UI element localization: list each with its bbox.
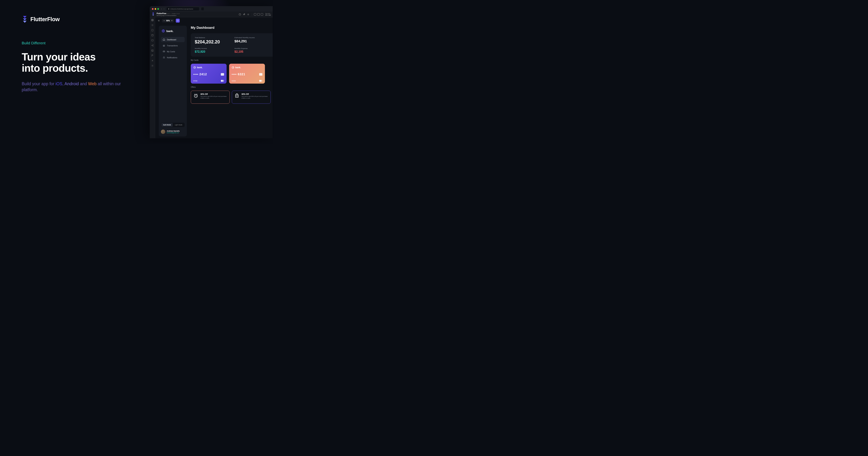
sidebar-item-label: Dashboard <box>167 38 176 41</box>
headline-line1: Turn your ideas <box>22 51 95 63</box>
marketing-panel: FlutterFlow Build Different Turn your id… <box>22 16 134 93</box>
page-title: My Dashboard <box>191 26 273 30</box>
svg-rect-2 <box>248 14 248 15</box>
dark-mode-button[interactable]: Dark Mode <box>161 123 173 127</box>
rail-database-icon[interactable] <box>151 34 154 36</box>
avatar <box>161 130 165 134</box>
offer-card[interactable]: 30% Off Join here to get 30% off your ne… <box>232 91 271 104</box>
zoom-value: 90% <box>166 20 170 22</box>
bank-logo-icon <box>162 29 165 33</box>
light-mode-button[interactable]: Light Mode <box>173 123 184 127</box>
rail-media-icon[interactable] <box>151 49 154 52</box>
canvas-content[interactable]: bank. Dashboard Transactions My Cards <box>155 24 273 138</box>
flutterflow-logo-icon <box>22 16 28 23</box>
window-titlebar: ‹ › enterprise.flutterflow.io/projectnam… <box>150 6 273 11</box>
rail-flag-icon[interactable] <box>151 54 154 57</box>
canvas-area: − 90% + bank. Dashboard <box>155 18 273 138</box>
offer-desc: Join here to get 30% off your next purch… <box>241 95 268 99</box>
minimize-icon[interactable] <box>155 8 156 10</box>
sidebar-item-transactions[interactable]: Transactions <box>161 43 185 48</box>
sidebar-item-mycards[interactable]: My Cards <box>161 49 185 54</box>
zoom-in-button[interactable]: + <box>171 19 173 22</box>
rail-storage-icon[interactable] <box>151 39 154 41</box>
card-expiry: 07/26 <box>193 80 197 82</box>
bug-icon[interactable] <box>247 13 249 16</box>
user-profile[interactable]: Andrew Daniels andrewf@gmail.com <box>161 130 185 134</box>
bank-logo-text: bank. <box>166 29 174 33</box>
card-number: •••• 2412 <box>193 73 207 76</box>
rail-page-icon[interactable] <box>151 29 154 31</box>
bank-sidebar: bank. Dashboard Transactions My Cards <box>159 26 187 137</box>
back-icon[interactable]: ‹ <box>161 8 162 10</box>
stat-label: Estimated Monthly Income <box>235 36 269 38</box>
stat-monthly-income: $72,920 <box>195 50 229 53</box>
app-header: FlutterFlow v3.2 — Flutter 3.3.4 Banking… <box>150 11 273 18</box>
sidebar-item-notifications[interactable]: Notifications <box>161 55 185 60</box>
bell-icon <box>163 56 165 59</box>
svg-rect-8 <box>152 39 153 41</box>
home-icon <box>163 38 165 41</box>
forward-icon[interactable]: › <box>164 8 164 10</box>
url-text: enterprise.flutterflow.io/projectname <box>170 8 193 10</box>
flutterflow-logo: FlutterFlow <box>22 16 134 23</box>
sidebar-item-dashboard[interactable]: Dashboard <box>161 37 185 42</box>
stat-label: Monthly Expense <box>235 48 269 49</box>
transactions-icon <box>163 44 165 47</box>
app-window: ‹ › enterprise.flutterflow.io/projectnam… <box>150 6 273 138</box>
tablet-preview-icon[interactable] <box>257 13 260 16</box>
rail-settings-icon[interactable] <box>151 64 154 67</box>
close-icon[interactable] <box>152 8 154 10</box>
credit-card[interactable]: bank. •••• 6321 04/29 <box>229 64 265 84</box>
rail-add-icon[interactable] <box>151 19 154 21</box>
eyebrow-text: Build Different <box>22 41 134 45</box>
stat-label: Monthly Income <box>195 48 229 49</box>
stat-est-income: $84,291 <box>235 39 269 43</box>
size-label: Size (px) <box>265 13 271 14</box>
add-widget-button[interactable] <box>176 19 180 23</box>
rail-list-icon[interactable] <box>151 24 154 26</box>
sidebar-item-label: Notifications <box>167 56 177 59</box>
section-label-offers: Offers <box>191 86 273 88</box>
credit-card[interactable]: bank. •••• 2412 07/26 <box>191 64 226 84</box>
device-preview-group: Size (px) 375 × 812 <box>252 13 271 16</box>
card-expiry: 04/29 <box>231 80 236 82</box>
stats-card: Total Balance $204,202.20 Estimated Mont… <box>191 33 273 57</box>
card-logo-icon <box>193 66 196 69</box>
mastercard-icon <box>221 80 224 82</box>
app-title: FlutterFlow <box>157 12 166 15</box>
cards-row: bank. •••• 2412 07/26 <box>191 64 273 84</box>
user-name: Andrew Daniels <box>167 130 180 132</box>
headline: Turn your ideas into products. <box>22 51 134 74</box>
stat-total-balance: $204,202.20 <box>195 39 229 45</box>
offer-card[interactable]: 30% Off Join here to get 30% off your ne… <box>191 91 230 104</box>
clock-icon <box>193 93 198 98</box>
headline-line2: into products. <box>22 62 88 74</box>
traffic-lights <box>152 8 159 10</box>
app-logo-icon <box>152 12 155 16</box>
offers-row: 30% Off Join here to get 30% off your ne… <box>191 91 273 104</box>
card-logo-icon <box>231 66 234 69</box>
card-number: •••• 6321 <box>231 73 245 76</box>
card-brand: bank. <box>197 66 203 69</box>
zoom-out-button[interactable]: − <box>163 19 165 22</box>
help-icon[interactable]: ? <box>239 13 241 16</box>
card-chip-icon <box>259 73 262 76</box>
browser-menu-icon[interactable] <box>201 7 204 10</box>
theme-toggle: Dark Mode Light Mode <box>161 123 185 127</box>
rail-api-icon[interactable] <box>151 44 154 47</box>
collapse-panel-icon[interactable] <box>157 19 160 22</box>
url-bar[interactable]: enterprise.flutterflow.io/projectname <box>166 7 199 10</box>
desktop-preview-icon[interactable] <box>261 13 263 16</box>
bank-logo: bank. <box>161 29 185 33</box>
user-email: andrewf@gmail.com <box>167 132 180 134</box>
section-label-cards: My Cards <box>191 59 273 61</box>
rail-tools-icon[interactable] <box>151 59 154 62</box>
command-icon[interactable] <box>243 13 245 16</box>
phone-preview-icon[interactable] <box>254 13 256 16</box>
tool-rail <box>150 18 155 138</box>
card-brand: bank. <box>235 66 241 69</box>
svg-point-10 <box>153 45 153 45</box>
dashboard-main: My Dashboard Total Balance $204,202.20 E… <box>191 26 273 137</box>
svg-point-13 <box>152 50 152 50</box>
maximize-icon[interactable] <box>157 8 159 10</box>
